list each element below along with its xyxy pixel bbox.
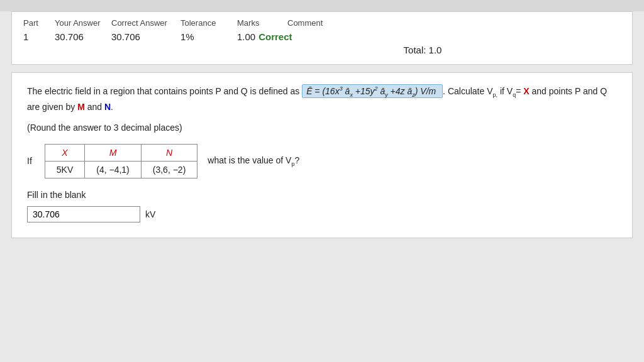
unit-label: kV xyxy=(145,209,155,219)
result-tolerance: 1% xyxy=(180,31,237,42)
result-your-answer: 30.706 xyxy=(55,31,111,42)
result-part: 1 xyxy=(23,31,55,42)
round-note: (Round the answer to 3 decimal places) xyxy=(27,123,617,133)
total-row: Total: 1.0 xyxy=(225,45,621,55)
col-x: X xyxy=(45,144,84,161)
col-n: N xyxy=(141,144,197,161)
col-correct-answer: Correct Answer xyxy=(111,18,180,28)
col-part: Part xyxy=(23,18,55,28)
val-n: (3,6, −2) xyxy=(141,161,197,178)
round-text: (Round the answer to 3 decimal places) xyxy=(27,123,182,133)
col-tolerance: Tolerance xyxy=(180,18,237,28)
values-table: X M N 5KV (4, −4,1) (3,6, −2) xyxy=(45,144,198,178)
fill-label: Fill in the blank xyxy=(27,190,617,200)
table-section: If X M N 5KV (4, −4,1) (3,6, −2) what is… xyxy=(27,144,617,178)
answer-input[interactable] xyxy=(27,206,140,222)
col-marks: Marks xyxy=(237,18,287,28)
correct-label: Correct xyxy=(258,31,292,42)
col-m: M xyxy=(85,144,142,161)
total-value-num: 1.0 xyxy=(429,45,442,55)
col-comment: Comment xyxy=(287,18,363,28)
total-label: Total: xyxy=(404,45,426,55)
results-panel: Part Your Answer Correct Answer Toleranc… xyxy=(11,11,633,65)
val-m: (4, −4,1) xyxy=(85,161,142,178)
result-marks: 1.00 Correct xyxy=(237,31,287,42)
marks-number: 1.00 xyxy=(237,31,255,42)
result-row: 1 30.706 30.706 1% 1.00 Correct xyxy=(23,31,621,42)
if-label: If xyxy=(27,156,32,166)
result-correct-answer: 30.706 xyxy=(111,31,180,42)
what-text: what is the value of Vp? xyxy=(208,155,299,167)
equation-highlight: Ē = (16x3 āx +15y2 āy +4z āz) V/m xyxy=(302,84,443,98)
question-intro: The electric field in a region that cont… xyxy=(27,86,302,96)
results-header: Part Your Answer Correct Answer Toleranc… xyxy=(23,18,621,28)
val-x: 5KV xyxy=(45,161,84,178)
question-body: The electric field in a region that cont… xyxy=(27,84,617,115)
answer-row: kV xyxy=(27,206,617,222)
col-your-answer: Your Answer xyxy=(55,18,111,28)
question-panel: The electric field in a region that cont… xyxy=(11,72,633,238)
